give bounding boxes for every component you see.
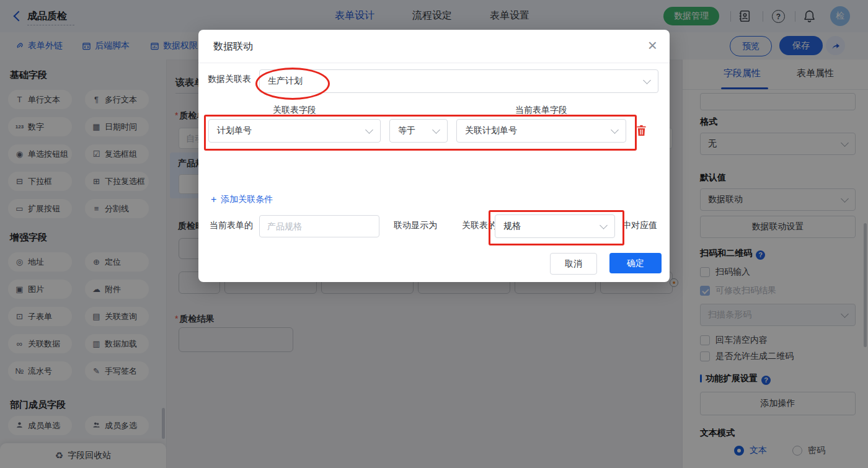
chevron-down-icon xyxy=(643,76,651,84)
condition-right-field-select[interactable]: 关联计划单号 xyxy=(456,119,626,143)
current-field-input[interactable] xyxy=(259,215,379,237)
trash-icon xyxy=(636,125,647,136)
display-row-middle: 联动显示为 xyxy=(394,220,437,231)
linked-column-select[interactable]: 规格 xyxy=(495,214,615,238)
display-row-suffix: 中对应值 xyxy=(622,220,657,231)
link-table-label: 数据关联表 xyxy=(208,74,251,85)
modal-header: 数据联动 × xyxy=(198,30,670,63)
confirm-button[interactable]: 确定 xyxy=(609,253,662,273)
form-designer-app: 成品质检 表单设计 流程设定 表单设置 数据管理 ? 检 表单外链 后端脚本 数… xyxy=(0,0,868,468)
condition-operator-select[interactable]: 等于 xyxy=(389,119,448,143)
chevron-down-icon xyxy=(365,126,373,134)
display-row-table-of: 关联表的 xyxy=(462,220,497,231)
add-condition-link[interactable]: + 添加关联条件 xyxy=(211,194,273,205)
chevron-down-icon xyxy=(432,126,440,134)
column-header-right: 当前表单字段 xyxy=(489,105,594,116)
cancel-button[interactable]: 取消 xyxy=(550,253,597,275)
chevron-down-icon xyxy=(611,126,619,134)
data-linkage-modal: 数据联动 × 数据关联表 生产计划 关联表字段 当前表单字段 计划单号 等于 关… xyxy=(198,30,670,282)
plus-icon: + xyxy=(211,194,216,205)
modal-title: 数据联动 xyxy=(213,40,253,53)
chevron-down-icon xyxy=(600,221,608,229)
close-icon[interactable]: × xyxy=(648,36,657,55)
delete-condition-button[interactable] xyxy=(636,125,647,139)
link-table-select[interactable]: 生产计划 xyxy=(259,69,658,93)
column-header-left: 关联表字段 xyxy=(242,105,347,116)
condition-left-field-select[interactable]: 计划单号 xyxy=(208,119,381,143)
display-row-prefix: 当前表单的 xyxy=(210,220,253,231)
